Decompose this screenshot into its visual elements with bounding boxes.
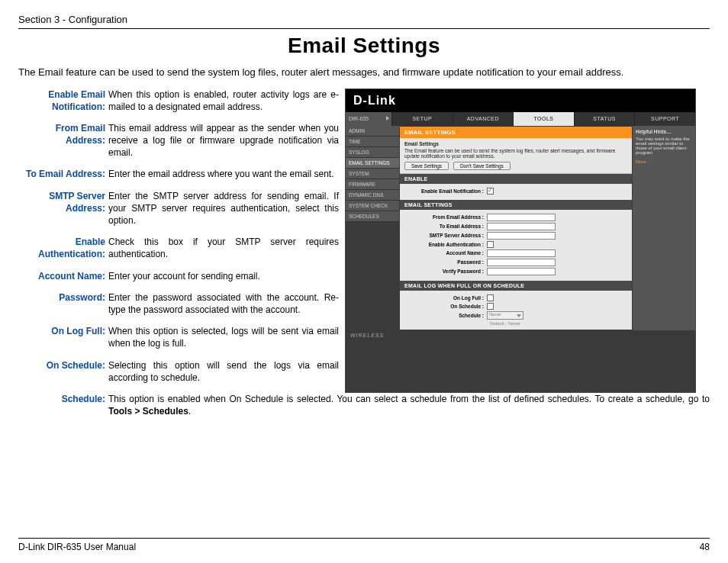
router-screenshot: D-Link DIR-635 SETUP ADVANCED TOOLS STAT… [345, 88, 696, 393]
bottom-rule [18, 538, 710, 539]
sidebar-item-schedules[interactable]: SCHEDULES [346, 211, 399, 222]
hints-panel: Helpful Hints… You may want to make the … [633, 126, 695, 330]
def-row-schedule: Schedule: This option is enabled when On… [18, 393, 710, 417]
router-body: ADMIN TIME SYSLOG EMAIL SETTINGS SYSTEM … [346, 126, 695, 330]
def-desc: When this option is enabled, router acti… [108, 88, 339, 113]
intro-paragraph: The Email feature can be used to send th… [18, 66, 710, 79]
enable-email-checkbox[interactable] [487, 188, 494, 195]
def-term: To Email Address: [18, 168, 108, 180]
brand-logo: D-Link [346, 89, 695, 112]
def-term: Schedule: [18, 393, 108, 417]
hints-text: You may want to make the email settings … [636, 137, 692, 155]
schedule-default: Default : Never [490, 321, 627, 326]
def-row: Account Name:Enter your account for send… [18, 270, 339, 282]
to-email-input[interactable] [487, 223, 556, 230]
router-footer: WIRELESS [346, 330, 695, 340]
tab-tools[interactable]: TOOLS [513, 112, 574, 126]
page-title: Email Settings [18, 34, 710, 58]
onsched-label: On Schedule : [404, 304, 487, 309]
def-term: On Log Full: [18, 325, 108, 349]
account-label: Account Name : [404, 250, 487, 256]
onfull-label: On Log Full : [404, 295, 487, 301]
tab-setup[interactable]: SETUP [391, 112, 453, 126]
sidebar-item-syslog[interactable]: SYSLOG [346, 147, 399, 158]
hints-more-link[interactable]: More… [636, 159, 692, 164]
password-input[interactable] [487, 259, 556, 266]
def-term: SMTP Server Address: [18, 190, 108, 227]
sidebar-item-system[interactable]: SYSTEM [346, 169, 399, 179]
from-label: From Email Address : [404, 214, 487, 220]
definitions-list: Enable Email Notification:When this opti… [18, 88, 339, 393]
def-term: Enable Authentication: [18, 236, 108, 260]
sidebar-item-firmware[interactable]: FIRMWARE [346, 179, 399, 190]
smtp-server-input[interactable] [487, 232, 556, 240]
top-bar: DIR-635 SETUP ADVANCED TOOLS STATUS SUPP… [346, 112, 695, 126]
def-desc: Enter the email address where you want t… [108, 168, 339, 180]
schedule-desc-suffix: . [188, 406, 191, 417]
sidebar-item-dynamic-dns[interactable]: DYNAMIC DNS [346, 190, 399, 201]
tab-advanced[interactable]: ADVANCED [453, 112, 514, 126]
def-desc: Enter the password associated with the a… [108, 291, 339, 316]
content-wrap: Enable Email Notification:When this opti… [18, 88, 710, 393]
smtp-label: SMTP Server Address : [404, 233, 487, 238]
log-header: EMAIL LOG WHEN FULL OR ON SCHEDULE [400, 281, 632, 291]
def-row: From Email Address:This email address wi… [18, 122, 339, 159]
main-panel: EMAIL SETTINGS Email Settings The Email … [400, 127, 632, 330]
main-tabs: SETUP ADVANCED TOOLS STATUS SUPPORT [391, 112, 695, 126]
enable-auth-checkbox[interactable] [487, 241, 494, 248]
def-term: Password: [18, 291, 108, 316]
model-selector[interactable]: DIR-635 [346, 112, 391, 126]
enable-form: Enable Email Notification : [400, 184, 632, 200]
def-desc: Enter the SMTP server address for sendin… [108, 190, 339, 227]
top-rule [18, 28, 710, 29]
def-desc: When this option is selected, logs will … [108, 325, 339, 349]
verify-label: Verify Password : [404, 269, 487, 274]
def-desc: This email address will appear as the se… [108, 122, 339, 159]
def-row: Enable Email Notification:When this opti… [18, 88, 339, 113]
to-label: To Email Address : [404, 224, 487, 229]
def-desc: Check this box if your SMTP server requi… [108, 236, 339, 260]
on-log-full-checkbox[interactable] [487, 294, 494, 301]
def-term: Enable Email Notification: [18, 88, 108, 113]
sidebar-item-time[interactable]: TIME [346, 137, 399, 147]
def-desc: This option is enabled when On Schedule … [108, 393, 710, 417]
panel-title: Email Settings [404, 141, 627, 146]
panel-desc: The Email feature can be used to send th… [404, 148, 627, 159]
def-row: SMTP Server Address:Enter the SMTP serve… [18, 190, 339, 227]
auth-label: Enable Authentication : [404, 242, 487, 247]
page-footer: D-Link DIR-635 User Manual 48 [18, 538, 710, 552]
tab-support[interactable]: SUPPORT [634, 112, 695, 126]
def-term: From Email Address: [18, 122, 108, 159]
def-row: To Email Address:Enter the email address… [18, 168, 339, 180]
section-label: Section 3 - Configuration [18, 14, 710, 25]
verify-password-input[interactable] [487, 268, 556, 275]
sidebar-item-system-check[interactable]: SYSTEM CHECK [346, 201, 399, 211]
sidebar-item-email-settings[interactable]: EMAIL SETTINGS [346, 158, 399, 169]
log-form: On Log Full : On Schedule : Schedule :Ne… [400, 291, 632, 330]
def-term: On Schedule: [18, 359, 108, 384]
save-settings-button[interactable]: Save Settings [404, 162, 449, 170]
account-name-input[interactable] [487, 249, 556, 257]
def-term: Account Name: [18, 270, 108, 282]
section-header: EMAIL SETTINGS [400, 127, 632, 138]
tab-status[interactable]: STATUS [574, 112, 635, 126]
sched-label: Schedule : [404, 313, 487, 318]
side-nav: ADMIN TIME SYSLOG EMAIL SETTINGS SYSTEM … [346, 126, 399, 330]
def-desc: Selecting this option will send the logs… [108, 359, 339, 384]
footer-manual-name: D-Link DIR-635 User Manual [18, 542, 136, 552]
password-label: Password : [404, 259, 487, 265]
def-row: On Schedule:Selecting this option will s… [18, 359, 339, 384]
email-settings-form: From Email Address : To Email Address : … [400, 210, 632, 281]
def-row: Enable Authentication:Check this box if … [18, 236, 339, 260]
sidebar-item-admin[interactable]: ADMIN [346, 126, 399, 137]
on-schedule-checkbox[interactable] [487, 303, 494, 310]
def-desc: Enter your account for sending email. [108, 270, 339, 282]
schedule-select[interactable]: Never [487, 311, 523, 320]
email-settings-header: EMAIL SETTINGS [400, 200, 632, 210]
page-number: 48 [700, 542, 710, 552]
hints-title: Helpful Hints… [636, 129, 692, 134]
from-email-input[interactable] [487, 214, 556, 221]
dont-save-settings-button[interactable]: Don't Save Settings [453, 162, 511, 170]
def-row: On Log Full:When this option is selected… [18, 325, 339, 349]
enable-label: Enable Email Notification : [404, 188, 487, 194]
